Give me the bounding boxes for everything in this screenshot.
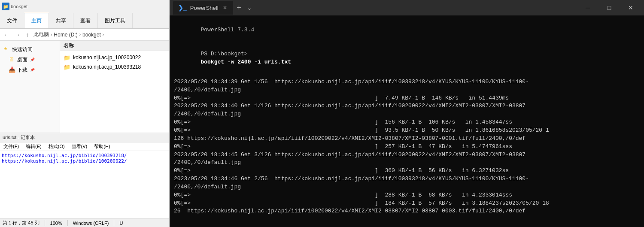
ps-out-14: 0%[=> ] 288 KB/-1 B 68 KB/s in 4.2333014… [174,191,640,200]
tab-file[interactable]: 文件 [0,13,24,28]
menu-help[interactable]: 帮助(H) [92,143,112,150]
ps-maximize-btn[interactable]: □ [599,1,619,15]
ps-out-3: 2023/05/20 18:34:40 Get 1/126 https://ko… [174,102,640,110]
sep2: › [79,32,81,37]
quick-access-icon[interactable]: 📁 [2,3,9,10]
notepad-content: https://kokusho.nijl.ac.jp/biblio/100393… [0,151,169,218]
nav-back-btn[interactable]: ← [3,30,11,39]
ps-out-10: /2400,/0/default.jpg [174,159,640,167]
explorer-address: ← → ↑ 此电脑 › Home (D:) › bookget › [0,29,169,41]
tab-picture-tools[interactable]: 图片工具 [98,13,133,28]
ps-body: PowerShell 7.3.4 PS D:\bookget> PS D:\bo… [170,15,644,227]
folder-icon-0: 📁 [64,54,70,61]
ps-out-15: 0%[=> ] 184 KB/-1 B 57 KB/s in 3.1884237… [174,200,640,208]
ps-close-btn[interactable]: ✕ [621,1,641,15]
ps-out-9: 2023/05/20 18:34:45 Get 3/126 https://ko… [174,151,640,159]
ps-out-13: /2400,/0/default.jpg [174,183,640,191]
file-item-1[interactable]: 📁 kokusho.nijl.ac.jp_100393218 [60,62,169,72]
tab-home[interactable]: 主页 [24,13,49,28]
pin-icon: 📌 [30,58,35,62]
nav-up-btn[interactable]: ↑ [23,30,32,39]
ps-out-0: 2023/05/20 18:34:39 Get 1/56 https://kok… [174,78,640,86]
menu-view[interactable]: 查看(V) [70,143,89,150]
status-divider-2 [67,220,68,226]
folder-icon-desktop: 🖥 [9,56,15,63]
sidebar-item-downloads[interactable]: 📥 下载 📌 [0,65,60,75]
powershell-window: ❯_ PowerShell ✕ + ⌄ ─ □ ✕ PowerShell 7.3… [170,0,644,227]
tab-share[interactable]: 共享 [49,13,73,28]
ps-out-4: /2400,/0/default.jpg [174,110,640,118]
folder-icon-downloads: 📥 [9,67,15,73]
ps-out-6: 0%[=> ] 93.5 KB/-1 B 50 KB/s in 1.861685… [174,127,640,135]
tab-view[interactable]: 查看 [73,13,98,28]
ps-version-line: PowerShell 7.3.4 [174,18,640,42]
ps-out-2: 0%[=> ] 7.49 KB/-1 B 146 KB/s in 51.4439… [174,94,640,103]
sidebar-item-desktop[interactable]: 🖥 桌面 📌 [0,54,60,65]
ribbon-tabs: 文件 主页 共享 查看 图片工具 [0,13,169,28]
menu-edit[interactable]: 编辑(E) [24,143,43,150]
ps-out-7: 126 https://kokusho.nijl.ac.jp/api/iiif/… [174,135,640,143]
notepad-menubar: 文件(F) 编辑(E) 格式(O) 查看(V) 帮助(H) [0,142,169,151]
sep3: › [103,32,104,37]
ps-prompt-line: PS D:\bookget> PS D:\bookget> bookget -w… [174,42,640,75]
file-list-header: 名称 [60,41,169,51]
ps-out-16: 26 https://kokusho.nijl.ac.jp/api/iiif/1… [174,207,640,215]
breadcrumb-drive[interactable]: Home (D:) [54,32,77,38]
ps-minimize-btn[interactable]: ─ [578,1,598,15]
ps-spacer [174,75,640,78]
file-item-0[interactable]: 📁 kokusho.nijl.ac.jp_100200022 [60,53,169,62]
notepad-titlebar: urls.txt - 记事本 [0,133,169,142]
folder-icon-1: 📁 [64,64,70,70]
ps-tab[interactable]: ❯_ PowerShell ✕ [173,1,233,15]
ps-icon: ❯_ [178,4,187,11]
status-divider-1 [45,220,45,226]
breadcrumb-pc[interactable]: 此电脑 [33,31,49,38]
title-bar-label: bookget [11,4,27,9]
ps-window-controls: ─ □ ✕ [578,1,641,15]
status-divider-3 [114,220,114,226]
file-explorer: 📁 bookget 文件 主页 共享 查看 图片工具 ← → ↑ 此电脑 › H… [0,0,170,227]
sidebar-section-quick: ★ 快速访问 🖥 桌面 📌 📥 下载 📌 [0,44,60,75]
ps-out-1: /2400,/0/default.jpg [174,86,640,94]
ps-tab-close-btn[interactable]: ✕ [222,5,228,11]
ps-out-12: 2023/05/20 18:34:46 Get 2/56 https://kok… [174,175,640,183]
ps-out-11: 0%[=> ] 360 KB/-1 B 56 KB/s in 6.3271032… [174,167,640,175]
ps-new-tab-btn[interactable]: + [233,2,245,14]
sidebar: ★ 快速访问 🖥 桌面 📌 📥 下载 📌 [0,41,60,133]
file-list: 📁 kokusho.nijl.ac.jp_100200022 📁 kokusho… [60,51,169,133]
ribbon-top: 📁 bookget [0,0,169,13]
ps-out-5: 0%[=> ] 156 KB/-1 B 106 KB/s in 1.458344… [174,118,640,127]
menu-format[interactable]: 格式(O) [47,143,67,150]
breadcrumb-folder[interactable]: bookget [82,32,101,38]
ps-titlebar: ❯_ PowerShell ✕ + ⌄ ─ □ ✕ [170,0,644,15]
star-icon: ★ [3,46,10,53]
sep1: › [51,32,52,37]
menu-file[interactable]: 文件(F) [2,143,21,150]
ps-tab-dropdown-btn[interactable]: ⌄ [247,4,252,11]
file-list-area: 名称 📁 kokusho.nijl.ac.jp_100200022 📁 koku… [60,41,169,133]
ribbon-container: 📁 bookget 文件 主页 共享 查看 图片工具 [0,0,169,29]
notepad-area: urls.txt - 记事本 文件(F) 编辑(E) 格式(O) 查看(V) 帮… [0,133,169,227]
notepad-statusbar: 第 1 行，第 45 列 100% Windows (CRLF) U [0,218,169,227]
ps-out-8: 0%[=> ] 257 KB/-1 B 47 KB/s in 5.4747961… [174,143,640,151]
nav-forward-btn[interactable]: → [13,30,21,39]
explorer-body: ★ 快速访问 🖥 桌面 📌 📥 下载 📌 [0,41,169,133]
address-path: 此电脑 › Home (D:) › bookget › [33,31,167,38]
sidebar-item-quick-access[interactable]: ★ 快速访问 [0,44,60,54]
pin-icon2: 📌 [30,68,35,72]
